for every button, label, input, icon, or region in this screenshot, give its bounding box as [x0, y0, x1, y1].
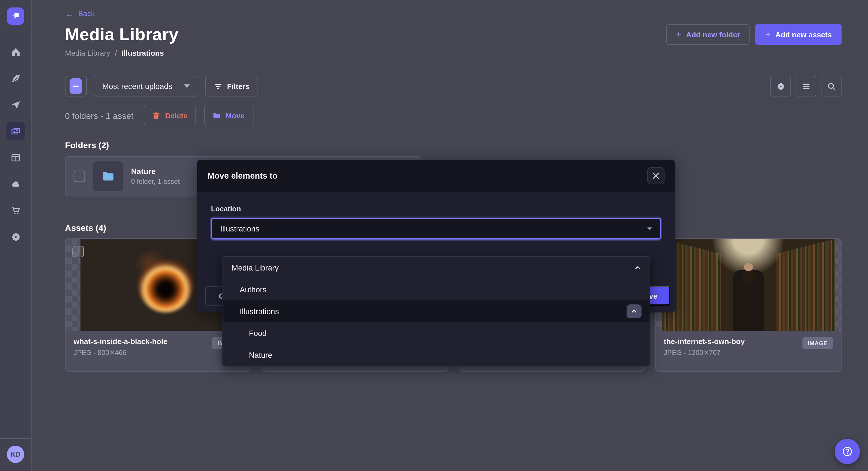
- trash-icon: [152, 111, 160, 120]
- feather-icon: [10, 73, 21, 83]
- chevron-down-icon: [184, 85, 190, 88]
- asset-card-internet-s-own-boy[interactable]: the-internet-s-own-boy JPEG - 1200✕707 I…: [655, 238, 842, 372]
- folder-icon: [213, 111, 221, 120]
- selection-summary: 0 folders - 1 asset: [65, 110, 133, 120]
- help-button[interactable]: [835, 439, 860, 464]
- tree-item-label: Illustrations: [240, 307, 279, 316]
- cloud-icon: [10, 178, 21, 189]
- sort-select[interactable]: Most recent uploads: [94, 76, 198, 97]
- sidebar-item-content-type-builder[interactable]: [6, 148, 25, 167]
- tree-item-authors[interactable]: Authors: [222, 278, 650, 300]
- add-new-assets-label: Add new assets: [775, 30, 832, 39]
- modal-body: Location Illustrations: [197, 193, 675, 252]
- delete-label: Delete: [165, 111, 187, 120]
- library-photo: [662, 239, 836, 331]
- folder-icon: [101, 169, 115, 183]
- tree-item-label: Nature: [249, 351, 272, 359]
- strapi-logo-icon: [10, 11, 21, 21]
- sidebar-item-releases[interactable]: [6, 95, 25, 114]
- indeterminate-checkbox-icon: [69, 78, 82, 94]
- tree-item-label: Media Library: [232, 263, 279, 272]
- asset-type-badge: IMAGE: [803, 337, 833, 349]
- select-all-checkbox[interactable]: [65, 76, 87, 97]
- breadcrumb-parent[interactable]: Media Library: [65, 49, 111, 58]
- paper-plane-icon: [10, 99, 21, 110]
- asset-meta: JPEG - 1200✕707: [664, 349, 745, 357]
- sidebar-item-content-manager[interactable]: [6, 69, 25, 87]
- back-link[interactable]: ← Back: [65, 9, 95, 18]
- configure-view-button[interactable]: [770, 76, 791, 97]
- tree-item-label: Authors: [240, 285, 267, 294]
- tree-item-illustrations[interactable]: Illustrations: [222, 300, 650, 322]
- filters-label: Filters: [227, 82, 249, 91]
- toolbar: Most recent uploads Filters: [65, 76, 842, 97]
- header-actions: + Add new folder + Add new assets: [666, 24, 842, 45]
- back-arrow-icon: ←: [65, 9, 73, 18]
- list-icon: [801, 81, 811, 91]
- folders-heading: Folders (2): [65, 140, 842, 150]
- strapi-logo[interactable]: [7, 7, 24, 25]
- chevron-up-icon: [630, 308, 638, 315]
- asset-title: what-s-inside-a-black-hole: [73, 337, 167, 347]
- move-label: Move: [226, 111, 245, 120]
- back-label: Back: [78, 9, 95, 18]
- modal-header: Move elements to: [197, 160, 675, 193]
- chevron-down-icon: [647, 227, 652, 230]
- breadcrumb: Media Library / Illustrations: [65, 49, 842, 58]
- list-view-button[interactable]: [796, 76, 816, 97]
- close-icon: [652, 172, 659, 179]
- home-icon: [10, 46, 21, 57]
- add-new-assets-button[interactable]: + Add new assets: [755, 24, 842, 45]
- move-button[interactable]: Move: [204, 106, 253, 125]
- plus-icon: +: [676, 29, 681, 40]
- sidebar: KD: [0, 0, 32, 471]
- add-new-folder-label: Add new folder: [686, 30, 740, 39]
- question-mark-icon: [842, 446, 853, 457]
- plus-icon: +: [765, 29, 771, 40]
- modal-title: Move elements to: [208, 171, 277, 180]
- folder-meta: 0 folder, 1 asset: [131, 177, 180, 186]
- sort-select-value: Most recent uploads: [102, 82, 172, 91]
- filter-icon: [214, 82, 222, 91]
- modal-close-button[interactable]: [647, 167, 664, 184]
- asset-meta: JPEG - 800✕466: [73, 349, 167, 357]
- location-select[interactable]: Illustrations: [211, 218, 661, 239]
- sidebar-item-settings[interactable]: [6, 228, 25, 246]
- location-select-value: Illustrations: [220, 224, 259, 233]
- asset-checkbox[interactable]: [72, 246, 84, 257]
- folder-name: Nature: [131, 167, 180, 176]
- user-avatar[interactable]: KD: [7, 446, 24, 463]
- cart-icon: [10, 205, 21, 216]
- layout-icon: [10, 152, 21, 163]
- gear-icon: [10, 231, 21, 242]
- filters-button[interactable]: Filters: [205, 76, 258, 97]
- sidebar-footer-divider: [0, 438, 31, 439]
- app-window: KD ← Back Media Library Media Library / …: [0, 0, 868, 471]
- tree-item-media-library[interactable]: Media Library: [222, 257, 650, 278]
- sidebar-item-deploy[interactable]: [6, 175, 25, 193]
- breadcrumb-separator: /: [115, 49, 117, 58]
- location-dropdown: Media Library Authors Illustrations Food…: [222, 256, 650, 366]
- asset-title: the-internet-s-own-boy: [664, 337, 745, 347]
- folder-info: Nature 0 folder, 1 asset: [131, 167, 180, 186]
- collapse-button[interactable]: [626, 304, 642, 318]
- tree-item-label: Food: [249, 329, 267, 337]
- gear-icon: [776, 81, 785, 91]
- location-label: Location: [211, 205, 661, 213]
- chevron-up-icon[interactable]: [634, 264, 642, 271]
- folder-thumb: [93, 161, 123, 191]
- tree-item-food[interactable]: Food: [222, 322, 650, 344]
- asset-thumbnail: [656, 239, 841, 331]
- delete-button[interactable]: Delete: [144, 106, 196, 125]
- add-new-folder-button[interactable]: + Add new folder: [666, 24, 750, 45]
- sidebar-item-marketplace[interactable]: [6, 201, 25, 220]
- media-library-icon: [10, 126, 21, 136]
- folder-checkbox[interactable]: [73, 171, 85, 182]
- breadcrumb-current: Illustrations: [122, 49, 164, 58]
- sidebar-divider: [0, 32, 31, 32]
- search-button[interactable]: [821, 76, 842, 97]
- sidebar-item-home[interactable]: [6, 42, 25, 61]
- sidebar-item-media-library[interactable]: [6, 122, 25, 140]
- selection-row: 0 folders - 1 asset Delete Move: [65, 106, 842, 125]
- tree-item-nature[interactable]: Nature: [222, 344, 650, 366]
